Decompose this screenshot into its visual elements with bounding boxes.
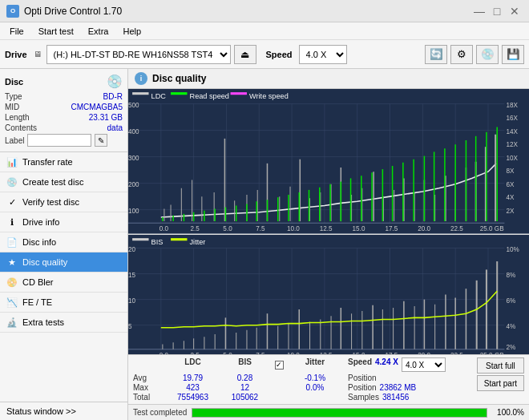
- sidebar-item-extra-tests[interactable]: 🔬 Extra tests: [0, 313, 127, 333]
- stats-total-row: Total 7554963 105062 Samples 381456: [133, 393, 467, 402]
- menu-file[interactable]: File: [3, 25, 30, 38]
- sidebar-item-disc-info[interactable]: 📄 Disc info: [0, 232, 127, 252]
- disc-quality-icon: ★: [6, 256, 18, 268]
- title-bar: O Opti Drive Control 1.70 — □ ✕: [0, 0, 529, 22]
- label-edit-button[interactable]: ✎: [95, 134, 107, 147]
- app-title: Opti Drive Control 1.70: [24, 6, 122, 17]
- svg-text:5.0: 5.0: [223, 225, 232, 232]
- sidebar-item-create-test-disc-label: Create test disc: [22, 177, 83, 187]
- svg-rect-5: [231, 92, 247, 95]
- disc-quality-header-icon: i: [135, 72, 147, 85]
- menu-bar: File Start test Extra Help: [0, 22, 529, 40]
- settings-button[interactable]: ⚙: [450, 45, 473, 64]
- stats-max-ldc: 423: [167, 383, 219, 392]
- status-window-button[interactable]: Status window >>: [0, 402, 127, 420]
- sidebar-item-transfer-rate[interactable]: 📊 Transfer rate: [0, 152, 127, 172]
- menu-extra[interactable]: Extra: [82, 25, 115, 38]
- drive-icon: 🖥: [34, 50, 42, 59]
- svg-rect-3: [171, 92, 187, 95]
- stats-speed-select[interactable]: 4.0 X: [402, 357, 446, 372]
- svg-text:10.0: 10.0: [287, 351, 300, 354]
- stats-avg-label: Avg: [133, 374, 167, 382]
- disc-type-row: Type BD-R: [5, 92, 123, 101]
- svg-text:Read speed: Read speed: [190, 92, 229, 100]
- stats-total-jitter-empty: [287, 393, 343, 402]
- stats-total-bis: 105062: [219, 393, 271, 402]
- start-part-button[interactable]: Start part: [477, 375, 524, 391]
- svg-text:5: 5: [128, 322, 132, 329]
- svg-text:8%: 8%: [506, 271, 515, 278]
- sidebar-item-verify-test-disc[interactable]: ✓ Verify test disc: [0, 192, 127, 212]
- disc-section-icon: 💿: [107, 74, 123, 89]
- sidebar-item-cd-bler-label: CD Bler: [22, 277, 54, 287]
- stats-avg-jitter: -0.1%: [287, 374, 343, 382]
- sidebar-item-disc-quality[interactable]: ★ Disc quality: [0, 252, 127, 273]
- disc-header: Disc 💿: [5, 74, 123, 89]
- svg-text:25.0 GB: 25.0 GB: [480, 351, 504, 354]
- svg-text:4%: 4%: [506, 322, 515, 329]
- title-controls: — □ ✕: [471, 3, 523, 19]
- refresh-button[interactable]: 🔄: [425, 45, 447, 64]
- stats-main-row: LDC BIS ✓ Jitter Speed 4.24 X 4.0 X: [133, 357, 524, 402]
- status-window-label: Status window >>: [6, 406, 76, 416]
- maximize-button[interactable]: □: [489, 3, 505, 19]
- stats-total-empty: [271, 393, 287, 402]
- sidebar-item-create-test-disc[interactable]: 💿 Create test disc: [0, 172, 127, 192]
- sidebar-item-verify-test-disc-label: Verify test disc: [22, 197, 79, 207]
- disc-contents-label: Contents: [5, 123, 37, 132]
- sidebar-item-disc-quality-label: Disc quality: [22, 257, 67, 267]
- eject-button[interactable]: ⏏: [234, 45, 256, 64]
- svg-text:12X: 12X: [506, 141, 518, 148]
- fe-te-icon: 📉: [6, 297, 18, 308]
- speed-selector[interactable]: 4.0 X 8.0 X 2.0 X: [299, 45, 347, 64]
- svg-text:100: 100: [128, 208, 139, 215]
- svg-text:20.0: 20.0: [418, 351, 430, 354]
- sidebar-item-drive-info[interactable]: ℹ Drive info: [0, 212, 127, 232]
- app-icon: O: [6, 5, 19, 18]
- content-area: i Disc quality LDC Read speed Write s: [128, 69, 529, 420]
- stats-buttons: Start full Start part: [477, 357, 524, 391]
- sidebar-item-fe-te[interactable]: 📉 FE / TE: [0, 293, 127, 313]
- extra-tests-icon: 🔬: [6, 317, 18, 328]
- start-full-button[interactable]: Start full: [477, 357, 524, 374]
- svg-text:10X: 10X: [506, 155, 518, 162]
- disc-label-key: Label: [5, 136, 24, 145]
- create-test-disc-icon: 💿: [6, 176, 18, 188]
- stats-max-jitter: 0.0%: [287, 383, 343, 392]
- main-layout: Disc 💿 Type BD-R MID CMCMAGBA5 Length 23…: [0, 69, 529, 420]
- close-button[interactable]: ✕: [507, 3, 523, 19]
- label-input[interactable]: [27, 134, 91, 147]
- charts-area: LDC Read speed Write speed: [128, 89, 529, 354]
- svg-rect-116: [132, 238, 148, 240]
- disc-type-label: Type: [5, 92, 22, 101]
- sidebar-item-cd-bler[interactable]: 📀 CD Bler: [0, 273, 127, 293]
- svg-text:2.5: 2.5: [191, 225, 200, 232]
- svg-rect-1: [132, 92, 148, 95]
- disc-contents-row: Contents data: [5, 123, 123, 132]
- disc-type-value: BD-R: [103, 92, 123, 101]
- disc-button[interactable]: 💿: [476, 45, 499, 64]
- svg-text:12.5: 12.5: [320, 351, 333, 354]
- menu-start-test[interactable]: Start test: [32, 25, 80, 38]
- stats-max-label: Max: [133, 383, 167, 392]
- drive-selector[interactable]: (H:) HL-DT-ST BD-RE WH16NS58 TST4: [46, 45, 231, 64]
- minimize-button[interactable]: —: [471, 3, 487, 19]
- jitter-checkbox[interactable]: ✓: [275, 361, 284, 370]
- drive-label: Drive: [5, 50, 27, 59]
- stats-jitter-header: Jitter: [287, 357, 343, 372]
- status-text: Test completed: [133, 408, 187, 417]
- bis-chart-svg: BIS Jitter: [128, 235, 529, 354]
- svg-text:20: 20: [128, 245, 136, 252]
- svg-text:400: 400: [128, 128, 139, 135]
- save-button[interactable]: 💾: [502, 45, 524, 64]
- disc-info-icon: 📄: [6, 236, 18, 248]
- svg-text:15: 15: [128, 271, 136, 278]
- menu-help[interactable]: Help: [116, 25, 147, 38]
- svg-rect-118: [171, 238, 187, 240]
- svg-text:0.0: 0.0: [160, 351, 169, 354]
- stats-area: LDC BIS ✓ Jitter Speed 4.24 X 4.0 X: [128, 354, 529, 404]
- verify-test-disc-icon: ✓: [6, 196, 18, 208]
- svg-text:17.5: 17.5: [385, 351, 398, 354]
- svg-text:7.5: 7.5: [256, 225, 265, 232]
- svg-text:15.0: 15.0: [353, 351, 365, 354]
